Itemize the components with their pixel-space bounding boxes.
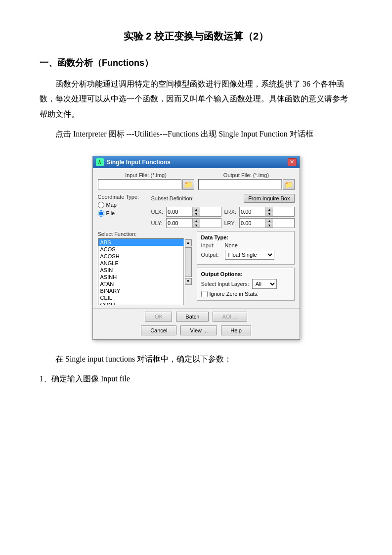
lower-row: Select Function: ABSACOSACOSHANGLEASINAS…	[98, 231, 295, 305]
lry-spin-up[interactable]: ▲	[266, 219, 273, 223]
lry-spin-down[interactable]: ▼	[266, 223, 273, 228]
lry-label: LRY:	[224, 220, 236, 226]
uly-spinners: ▲ ▼	[192, 219, 200, 228]
radio-map[interactable]: Map	[98, 202, 147, 208]
lrx-field[interactable]	[240, 207, 265, 216]
subset-definition-section: Subset Definition: From Inquire Box ULX:…	[151, 194, 295, 228]
bottom-paragraph-1: 在 Single input functions 对话框中，确定以下参数：	[40, 352, 352, 367]
input-file-field[interactable]	[98, 179, 181, 190]
function-item[interactable]: ACOS	[98, 246, 183, 253]
function-item[interactable]: ASIN	[98, 267, 183, 274]
function-item[interactable]: ASINH	[98, 274, 183, 280]
output-type-row: Output: Float Single Byte Integer Float …	[201, 250, 290, 260]
from-inquire-box-button[interactable]: From Inquire Box	[244, 194, 294, 203]
dialog-body: Input File: (*.img) 📁 Output File: (*.im…	[93, 168, 300, 308]
function-item[interactable]: ANGLE	[98, 260, 183, 267]
lry-spinners: ▲ ▼	[265, 219, 273, 228]
output-file-field[interactable]	[198, 179, 282, 190]
lry-field[interactable]	[240, 219, 265, 228]
data-type-title: Data Type:	[201, 234, 290, 240]
function-item[interactable]: ACOSH	[98, 253, 183, 260]
uly-label: ULY:	[151, 220, 163, 226]
output-file-browse-button[interactable]: 📁	[283, 179, 295, 190]
radio-group: Map File	[98, 202, 147, 217]
batch-button[interactable]: Batch	[176, 312, 209, 322]
output-options-section: Output Options: Select Input Layers: All…	[197, 268, 295, 301]
dialog-close-button[interactable]: ✕	[288, 158, 297, 166]
function-list-panel: Select Function: ABSACOSACOSHANGLEASINAS…	[98, 231, 192, 305]
ignore-zero-row: Ignore Zero in Stats.	[201, 291, 290, 297]
ulx-spin-down[interactable]: ▼	[193, 212, 200, 216]
input-file-input-row: 📁	[98, 179, 194, 190]
ulx-label: ULX:	[151, 209, 163, 215]
output-options-title: Output Options:	[201, 271, 290, 277]
paragraph-1: 函数分析功能通过调用特定的空间模型函数进行图像处理，系统提供了 36 个各种函数…	[40, 77, 352, 122]
select-layers-label: Select Input Layers:	[201, 281, 249, 287]
function-item[interactable]: CONJ	[98, 301, 183, 305]
uly-spin-down[interactable]: ▼	[193, 223, 200, 228]
data-type-section: Data Type: Input: None Output: Float Sin…	[197, 231, 295, 265]
dialog-title-text: Single Input Functions	[107, 159, 171, 166]
cancel-button[interactable]: Cancel	[141, 325, 176, 335]
select-layers-dropdown[interactable]: All 1 2	[252, 279, 277, 289]
help-button[interactable]: Help	[221, 325, 251, 335]
uly-field[interactable]	[167, 219, 192, 228]
single-input-functions-dialog: λ Single Input Functions ✕ Input File: (…	[92, 156, 300, 340]
dialog-title-area: λ Single Input Functions	[96, 158, 171, 166]
lrx-spinners: ▲ ▼	[265, 207, 273, 216]
radio-file[interactable]: File	[98, 210, 147, 217]
input-file-browse-button[interactable]: 📁	[182, 179, 194, 190]
input-type-label: Input:	[201, 242, 222, 248]
aoi-button[interactable]: AOI ...	[213, 312, 247, 322]
select-layers-row: Select Input Layers: All 1 2	[201, 279, 290, 289]
radio-file-input[interactable]	[98, 210, 104, 217]
lrx-spin-down[interactable]: ▼	[266, 212, 273, 216]
uly-input[interactable]: ▲ ▼	[166, 218, 221, 228]
ulx-input[interactable]: ▲ ▼	[166, 207, 221, 217]
input-type-row: Input: None	[201, 242, 290, 248]
ulx-field[interactable]	[167, 207, 192, 216]
input-file-col: Input File: (*.img) 📁	[98, 172, 194, 190]
input-type-value: None	[225, 242, 238, 248]
output-file-col: Output File: (*.img) 📁	[198, 172, 295, 190]
coordinate-type-section: Coordinate Type: Map File	[98, 194, 147, 217]
radio-file-label: File	[106, 210, 115, 216]
output-file-label: Output File: (*.img)	[198, 172, 295, 178]
radio-map-input[interactable]	[98, 202, 104, 208]
ulx-spin-up[interactable]: ▲	[193, 207, 200, 212]
bottom-paragraph-2: 1、确定输入图像 Input file	[40, 371, 352, 386]
uly-spin-up[interactable]: ▲	[193, 219, 200, 223]
view-button[interactable]: View ...	[180, 325, 217, 335]
function-list-scroll-thumb[interactable]	[185, 247, 192, 277]
page-title: 实验 2 校正变换与函数运算（2）	[40, 30, 352, 43]
function-item[interactable]: BINARY	[98, 287, 183, 294]
dialog-buttons-row2: Cancel View ... Help	[93, 325, 300, 339]
lrx-input[interactable]: ▲ ▼	[239, 207, 295, 217]
function-item[interactable]: ATAN	[98, 280, 183, 287]
right-panel: Data Type: Input: None Output: Float Sin…	[197, 231, 295, 305]
ignore-zero-checkbox[interactable]	[201, 291, 208, 297]
dialog-titlebar: λ Single Input Functions ✕	[93, 156, 300, 168]
input-file-label: Input File: (*.img)	[98, 172, 194, 178]
radio-map-label: Map	[106, 202, 117, 208]
function-item[interactable]: ABS	[98, 239, 183, 246]
output-type-select[interactable]: Float Single Byte Integer Float Double	[225, 250, 274, 260]
output-type-label: Output:	[201, 252, 222, 258]
dialog-container: λ Single Input Functions ✕ Input File: (…	[40, 156, 352, 340]
function-item[interactable]: CEIL	[98, 294, 183, 301]
select-function-label: Select Function:	[98, 231, 192, 237]
lrx-spin-up[interactable]: ▲	[266, 207, 273, 212]
lrx-label: LRX:	[224, 209, 236, 215]
subset-def-label: Subset Definition:	[151, 195, 194, 201]
function-list-scroll-down[interactable]: ▼	[185, 278, 192, 285]
output-file-input-row: 📁	[198, 179, 295, 190]
function-list[interactable]: ABSACOSACOSHANGLEASINASINHATANBINARYCEIL…	[98, 238, 184, 305]
dialog-buttons-row1: OK Batch AOI ...	[93, 308, 300, 325]
section-heading: 一、函数分析（Functions）	[40, 57, 352, 69]
paragraph-2: 点击 Interpreter 图标 ---Utilities---Functio…	[40, 127, 352, 141]
function-list-scroll-up[interactable]: ▲	[185, 239, 192, 246]
lry-input[interactable]: ▲ ▼	[239, 218, 295, 228]
ok-button[interactable]: OK	[145, 312, 172, 322]
file-row: Input File: (*.img) 📁 Output File: (*.im…	[98, 172, 295, 190]
ulx-spinners: ▲ ▼	[192, 207, 200, 216]
